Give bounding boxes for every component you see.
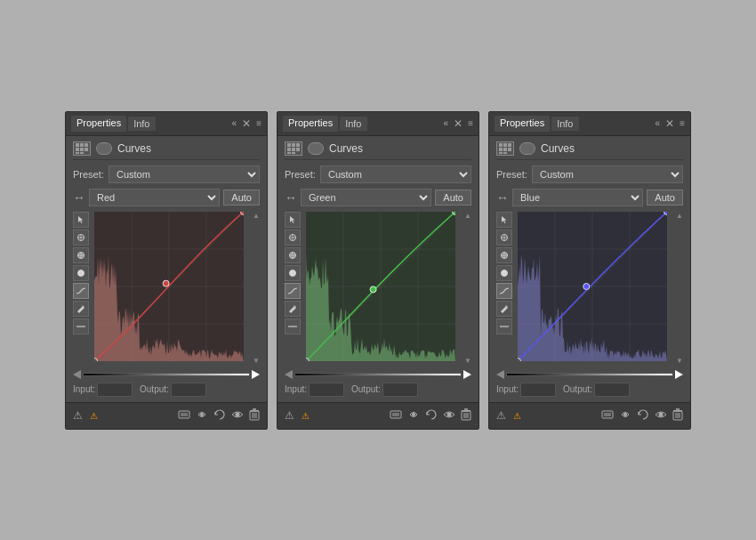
clip-to-layer-button[interactable] (390, 408, 402, 423)
curves-label: Curves (329, 142, 363, 155)
tool-eyedropper2[interactable] (285, 247, 301, 263)
curve-canvas-red[interactable] (94, 212, 244, 361)
tool-pencil[interactable] (73, 301, 89, 317)
output-field[interactable] (594, 383, 630, 397)
visibility-button[interactable] (655, 408, 667, 423)
view-previous-button[interactable] (407, 408, 420, 423)
input-white-slider[interactable] (675, 370, 683, 379)
tool-smooth[interactable] (73, 318, 89, 334)
tab-info[interactable]: Info (551, 117, 578, 131)
input-field[interactable] (520, 383, 556, 397)
tool-eyedropper1[interactable] (73, 230, 89, 246)
view-previous-button[interactable] (196, 408, 208, 423)
collapse-icon[interactable]: « (655, 118, 661, 128)
channel-select[interactable]: Red (89, 189, 220, 206)
clip-to-layer-button[interactable] (601, 408, 614, 423)
scroll-down-icon[interactable]: ▼ (464, 357, 471, 365)
clipping-icon[interactable]: ⚠ (496, 409, 506, 422)
auto-button[interactable]: Auto (435, 189, 471, 206)
tab-info[interactable]: Info (340, 117, 366, 131)
output-field[interactable] (382, 383, 418, 397)
reset-button[interactable] (637, 408, 649, 423)
input-slider-track[interactable] (83, 373, 250, 376)
delete-button[interactable] (249, 408, 260, 423)
delete-button[interactable] (461, 408, 471, 423)
input-black-slider[interactable] (285, 370, 293, 379)
graph-container[interactable] (518, 212, 671, 365)
close-icon[interactable]: ✕ (454, 117, 462, 130)
curve-area: ▲ ▼ (496, 212, 683, 365)
input-white-slider[interactable] (463, 370, 471, 379)
preset-select[interactable]: Custom (109, 165, 260, 183)
tool-eyedropper3[interactable] (285, 265, 301, 281)
tool-pencil[interactable] (285, 301, 301, 317)
input-group: Input: (73, 383, 133, 397)
channel-select[interactable]: Blue (512, 189, 643, 206)
close-icon[interactable]: ✕ (665, 117, 674, 130)
reset-button[interactable] (213, 408, 226, 423)
menu-icon[interactable]: ≡ (680, 118, 685, 128)
output-field[interactable] (171, 383, 206, 397)
input-black-slider[interactable] (496, 370, 504, 379)
input-field[interactable] (97, 383, 133, 397)
scroll-down-icon[interactable]: ▼ (676, 357, 683, 365)
tab-properties[interactable]: Properties (71, 116, 126, 132)
channel-select[interactable]: Green (301, 189, 431, 206)
tool-eyedropper3[interactable] (73, 265, 89, 281)
delete-button[interactable] (672, 408, 683, 423)
curve-canvas-blue[interactable] (518, 212, 667, 361)
close-icon[interactable]: ✕ (242, 117, 251, 130)
tool-cursor[interactable] (73, 212, 89, 228)
tool-eyedropper2[interactable] (73, 247, 89, 263)
clipping-icon[interactable]: ⚠ (285, 409, 294, 422)
visibility-button[interactable] (231, 408, 244, 423)
scroll-up-icon[interactable]: ▲ (676, 212, 683, 220)
tool-smooth[interactable] (285, 318, 301, 334)
auto-button[interactable]: Auto (223, 189, 260, 206)
scroll-up-icon[interactable]: ▲ (464, 212, 471, 220)
tool-curve[interactable] (285, 283, 301, 299)
tool-eyedropper3[interactable] (496, 265, 512, 281)
input-slider-track[interactable] (506, 373, 673, 376)
tab-properties[interactable]: Properties (495, 116, 550, 132)
tab-info[interactable]: Info (128, 117, 155, 131)
graph-container[interactable] (94, 212, 247, 365)
tool-smooth[interactable] (496, 318, 512, 334)
input-slider-track[interactable] (294, 373, 462, 376)
input-field[interactable] (309, 383, 344, 397)
tool-eyedropper1[interactable] (285, 230, 301, 246)
collapse-icon[interactable]: « (232, 118, 237, 128)
reset-button[interactable] (425, 408, 438, 423)
tool-eyedropper2[interactable] (496, 247, 512, 263)
scroll-down-icon[interactable]: ▼ (253, 357, 260, 365)
preset-select[interactable]: Custom (532, 165, 683, 183)
tab-properties[interactable]: Properties (283, 116, 338, 132)
svg-point-48 (412, 413, 415, 416)
tool-cursor[interactable] (285, 212, 301, 228)
menu-icon[interactable]: ≡ (256, 118, 261, 128)
clip-to-layer-button[interactable] (178, 408, 190, 423)
tool-curve[interactable] (73, 283, 89, 299)
tool-eyedropper1[interactable] (496, 230, 512, 246)
curve-canvas-green[interactable] (306, 212, 455, 361)
input-black-slider[interactable] (73, 370, 81, 379)
view-previous-button[interactable] (619, 408, 631, 423)
channel-arrow-icon: ↔ (285, 190, 297, 205)
bottom-toolbar: ⚠ ⚠ (66, 402, 267, 429)
graph-container[interactable] (306, 212, 459, 365)
menu-icon[interactable]: ≡ (468, 118, 473, 128)
tool-pencil[interactable] (496, 301, 512, 317)
tool-curve[interactable] (496, 283, 512, 299)
tool-cursor[interactable] (496, 212, 512, 228)
layer-icon (308, 142, 324, 155)
tools-sidebar (73, 212, 91, 365)
preset-select[interactable]: Custom (320, 165, 471, 183)
input-white-slider[interactable] (252, 370, 260, 379)
visibility-button[interactable] (443, 408, 455, 423)
warning-icon: ⚠ (302, 411, 310, 421)
clipping-icon[interactable]: ⚠ (73, 409, 83, 422)
collapse-icon[interactable]: « (444, 118, 449, 128)
auto-button[interactable]: Auto (647, 189, 683, 206)
scroll-up-icon[interactable]: ▲ (253, 212, 260, 220)
adjustment-grid-icon (73, 141, 91, 156)
